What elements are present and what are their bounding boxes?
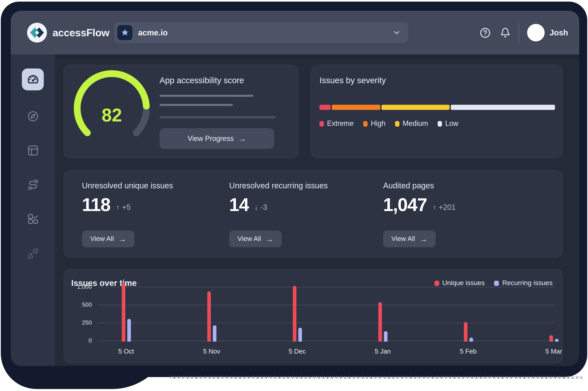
unique-bar <box>464 322 467 342</box>
stats-card: Unresolved unique issues 118 ↑ +5 View A… <box>64 170 563 257</box>
unique-bar <box>549 335 553 342</box>
topbar-shade <box>11 55 579 61</box>
legend-item-medium: Medium <box>395 119 428 128</box>
skeleton-line <box>159 95 253 97</box>
avatar[interactable] <box>527 24 545 41</box>
chart-legend-item: Unique issues <box>434 279 485 287</box>
unique-bar <box>293 286 296 342</box>
screenshot-stage: accessFlow acme.io <box>0 0 588 391</box>
topbar-divider <box>518 22 519 43</box>
unique-bar <box>378 302 382 342</box>
arrow-right-icon: → <box>238 135 246 142</box>
help-icon[interactable] <box>480 27 491 38</box>
view-progress-button[interactable]: View Progress → <box>159 128 274 149</box>
bar-group-5-dec <box>293 286 302 342</box>
frame-shadow-noise <box>170 376 583 379</box>
brand-name: accessFlow <box>53 26 109 39</box>
topbar-right: Josh <box>480 22 568 43</box>
route-icon <box>27 179 39 191</box>
severity-stacked-bar <box>319 105 555 110</box>
severity-segment-high <box>332 105 380 110</box>
recurring-bar <box>213 325 216 342</box>
arrow-right-icon: → <box>119 235 126 243</box>
sidebar-item-explore[interactable] <box>27 110 39 122</box>
legend-swatch-icon <box>434 281 439 286</box>
brand: accessFlow <box>27 22 109 43</box>
sidebar <box>11 55 56 366</box>
project-badge <box>117 25 133 40</box>
stat-value: 118 <box>82 196 110 214</box>
arrow-right-icon: → <box>266 235 273 243</box>
arrow-up-icon: ↑ <box>116 203 120 212</box>
unique-bar <box>207 291 211 342</box>
bar-group-5-mar <box>549 335 558 342</box>
arrow-right-icon: → <box>420 235 427 243</box>
y-tick-label: 250 <box>70 319 92 326</box>
x-tick-label: 5 Dec <box>279 348 315 355</box>
bar-group-5-feb <box>464 322 473 342</box>
gridline <box>97 322 555 323</box>
arrow-up-icon: ↑ <box>433 203 436 212</box>
stat-delta: ↑ +5 <box>116 203 131 214</box>
view-all-unique-button[interactable]: View All → <box>82 231 135 247</box>
sidebar-item-integrations[interactable] <box>27 248 39 260</box>
view-all-audited-button[interactable]: View All → <box>383 231 436 247</box>
x-tick-label: 5 Jan <box>365 348 401 355</box>
gridline <box>97 287 555 287</box>
view-all-recurring-button[interactable]: View All → <box>229 231 282 247</box>
recurring-bar <box>384 331 387 342</box>
sidebar-item-dashboard[interactable] <box>22 69 44 90</box>
severity-legend: ExtremeHighMediumLow <box>319 119 458 128</box>
user-name: Josh <box>550 28 568 37</box>
severity-segment-medium <box>382 105 449 110</box>
score-value: 82 <box>70 104 154 126</box>
bar-chart: 5 Oct5 Nov5 Dec5 Jan5 Feb5 Mar <box>97 287 555 340</box>
project-selector[interactable]: acme.io <box>114 22 408 43</box>
recurring-bar <box>127 319 131 342</box>
recurring-bar <box>555 339 558 342</box>
x-tick-label: 5 Oct <box>108 348 144 355</box>
sidebar-item-audits[interactable] <box>27 213 39 225</box>
score-card-title: App accessibility score <box>159 76 244 85</box>
stat-delta: ↓ -3 <box>254 203 267 214</box>
legend-swatch-icon <box>395 121 399 126</box>
severity-segment-extreme <box>319 105 331 110</box>
grid-check-icon <box>27 213 39 225</box>
legend-swatch-icon <box>438 121 442 126</box>
issues-over-time-card: Issues over time Unique issuesRecurring … <box>64 269 563 363</box>
bell-icon[interactable] <box>500 27 511 38</box>
legend-swatch-icon <box>319 121 324 126</box>
project-selector-value: acme.io <box>138 28 168 37</box>
app-window: accessFlow acme.io <box>11 11 579 366</box>
bar-group-5-nov <box>207 291 216 342</box>
stat-value: 14 <box>229 196 249 214</box>
brand-logo-icon <box>27 22 47 43</box>
plug-icon <box>27 248 39 260</box>
sidebar-item-flows[interactable] <box>27 179 39 191</box>
severity-segment-low <box>451 105 555 110</box>
skeleton-line <box>159 104 233 106</box>
sidebar-item-pages[interactable] <box>27 145 39 157</box>
severity-card: Issues by severity ExtremeHighMediumLow <box>311 65 563 158</box>
gridline <box>97 305 555 305</box>
stat-value: 1,047 <box>383 196 427 214</box>
legend-swatch-icon <box>363 121 368 126</box>
gauge-icon <box>26 73 39 86</box>
compass-icon <box>27 110 39 122</box>
skeleton-line <box>159 116 276 118</box>
stat-delta: ↑ +201 <box>433 203 456 214</box>
legend-item-extreme: Extreme <box>319 119 354 128</box>
y-tick-label: 500 <box>70 301 92 308</box>
stat-title: Unresolved recurring issues <box>229 181 328 190</box>
stat-title: Audited pages <box>383 181 434 190</box>
star-icon <box>121 28 129 37</box>
y-tick-label: 1,000 <box>70 283 92 290</box>
legend-item-high: High <box>363 119 385 128</box>
y-tick-label: 0 <box>70 337 92 344</box>
recurring-bar <box>469 338 473 342</box>
legend-swatch-icon <box>494 281 499 286</box>
bar-group-5-jan <box>378 302 387 342</box>
gridline <box>97 340 555 341</box>
view-progress-label: View Progress <box>188 134 233 143</box>
chart-legend-item: Recurring issues <box>494 279 553 287</box>
